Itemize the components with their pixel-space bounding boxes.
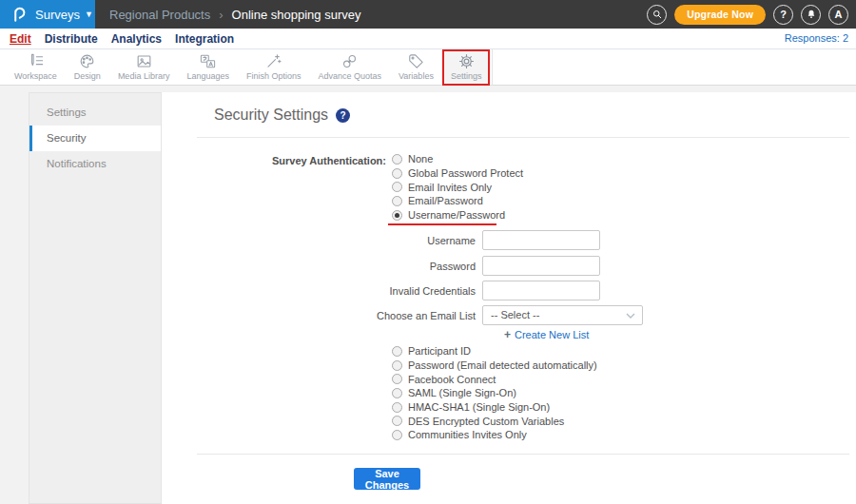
radio-option-participant-id[interactable]: Participant ID	[392, 344, 597, 359]
sidebar-item-security[interactable]: Security	[29, 126, 161, 151]
toolbar-label: Settings	[451, 71, 482, 81]
settings-gear-icon	[457, 52, 476, 70]
radio-label: SAML (Single Sign-On)	[408, 387, 516, 398]
auth-options-top: None Global Password Protect Email Invit…	[392, 152, 523, 222]
sidebar-item-notifications[interactable]: Notifications	[29, 151, 161, 177]
settings-sidebar: Settings Security Notifications	[29, 92, 162, 504]
radio-label: Username/Password	[408, 209, 505, 221]
radio-icon[interactable]	[392, 374, 402, 384]
radio-label: Communities Invites Only	[408, 429, 527, 440]
toolbar-item-settings[interactable]: Settings	[442, 49, 491, 86]
radio-label: Global Password Protect	[408, 167, 523, 179]
radio-label: None	[408, 153, 433, 165]
toolbar-item-advance-quotas[interactable]: Advance Quotas	[309, 49, 390, 86]
toolbar-item-variables[interactable]: Variables	[390, 49, 442, 86]
design-palette-icon	[78, 52, 96, 70]
search-icon	[652, 9, 663, 20]
username-label: Username	[323, 235, 476, 246]
save-changes-button[interactable]: Save Changes	[354, 468, 420, 490]
tab-analytics[interactable]: Analytics	[111, 32, 162, 46]
toolbar-items: Workspace Design Media Library	[0, 49, 856, 86]
red-underline-annotation	[388, 223, 496, 225]
radio-icon[interactable]	[392, 430, 402, 440]
radio-option-email-password[interactable]: Email/Password	[392, 194, 523, 208]
toolbar-item-workspace[interactable]: Workspace	[6, 49, 66, 86]
toolbar-label: Finish Options	[246, 71, 302, 81]
radio-option-password-email-detected[interactable]: Password (Email detected automatically)	[392, 359, 597, 373]
page-title-text: Security Settings	[214, 107, 328, 124]
variables-tag-icon	[407, 52, 425, 70]
top-bar: Surveys ▼ Regional Products › Online sho…	[0, 0, 856, 29]
breadcrumb-survey-name: Online shopping survey	[232, 8, 361, 22]
edit-toolbar: Workspace Design Media Library	[0, 49, 856, 86]
breadcrumb-folder[interactable]: Regional Products	[109, 8, 210, 22]
advance-quotas-icon	[340, 52, 359, 70]
email-list-label: Choose an Email List	[323, 310, 476, 321]
radio-icon[interactable]	[392, 346, 402, 357]
toolbar-item-finish-options[interactable]: Finish Options	[238, 49, 310, 86]
radio-option-global-password[interactable]: Global Password Protect	[392, 166, 523, 181]
create-new-list-link[interactable]: + Create New List	[504, 328, 589, 341]
radio-label: Facebook Connect	[408, 374, 496, 385]
radio-option-des-encrypted[interactable]: DES Encrypted Custom Variables	[392, 414, 597, 428]
search-button[interactable]	[647, 5, 667, 25]
upgrade-now-button[interactable]: Upgrade Now	[674, 5, 766, 25]
radio-option-saml[interactable]: SAML (Single Sign-On)	[392, 386, 597, 400]
email-list-selected-value: -- Select --	[491, 309, 539, 320]
media-library-icon	[135, 52, 153, 70]
password-label: Password	[323, 261, 476, 272]
account-avatar[interactable]: A	[828, 5, 848, 25]
security-settings-panel: Security Settings ? Survey Authenticatio…	[162, 92, 856, 504]
help-button[interactable]: ?	[773, 5, 793, 25]
help-icon[interactable]: ?	[336, 108, 350, 123]
chevron-down-icon	[626, 313, 635, 319]
email-list-select[interactable]: -- Select --	[482, 305, 643, 325]
invalid-credentials-label: Invalid Credentials	[323, 285, 476, 297]
radio-icon-selected[interactable]	[392, 210, 402, 221]
radio-icon[interactable]	[392, 388, 402, 398]
radio-label: HMAC-SHA1 (Single Sign-On)	[408, 401, 550, 413]
invalid-credentials-input[interactable]	[482, 281, 600, 300]
toolbar-item-languages[interactable]: Languages	[178, 49, 238, 86]
plus-icon: +	[504, 328, 511, 341]
toolbar-item-design[interactable]: Design	[66, 49, 109, 86]
surveys-menu[interactable]: Surveys ▼	[0, 0, 95, 29]
toolbar-label: Design	[74, 71, 101, 81]
radio-label: Email/Password	[408, 195, 483, 206]
toolbar-label: Workspace	[14, 71, 57, 81]
radio-option-hmac-sha1[interactable]: HMAC-SHA1 (Single Sign-On)	[392, 400, 597, 415]
tab-edit[interactable]: Edit	[10, 32, 31, 46]
radio-option-facebook-connect[interactable]: Facebook Connect	[392, 372, 597, 386]
radio-option-email-invites[interactable]: Email Invites Only	[392, 180, 523, 194]
radio-icon[interactable]	[392, 196, 402, 206]
username-input[interactable]	[482, 230, 600, 250]
divider	[197, 137, 849, 138]
radio-option-communities-invites[interactable]: Communities Invites Only	[392, 428, 597, 442]
radio-option-username-password[interactable]: Username/Password	[392, 208, 523, 223]
finish-options-icon	[264, 52, 282, 70]
notifications-button[interactable]	[801, 5, 821, 25]
questionpro-security-settings-page: Surveys ▼ Regional Products › Online sho…	[0, 0, 856, 504]
tab-integration[interactable]: Integration	[175, 32, 234, 46]
chevron-down-icon: ▼	[85, 10, 93, 19]
breadcrumb-separator: ›	[219, 8, 223, 22]
radio-icon[interactable]	[392, 402, 402, 413]
responses-count[interactable]: Responses: 2	[785, 32, 848, 44]
survey-nav-tabs: Edit Distribute Analytics Integration	[0, 29, 856, 49]
radio-icon[interactable]	[392, 182, 402, 192]
radio-icon[interactable]	[392, 360, 402, 371]
workspace-icon	[27, 52, 45, 70]
sidebar-item-settings[interactable]: Settings	[29, 100, 161, 126]
radio-icon[interactable]	[392, 416, 402, 426]
tab-distribute[interactable]: Distribute	[45, 32, 98, 46]
radio-icon[interactable]	[392, 154, 402, 165]
surveys-menu-label: Surveys	[35, 8, 80, 22]
radio-label: DES Encrypted Custom Variables	[408, 416, 564, 427]
radio-label: Email Invites Only	[408, 182, 492, 193]
toolbar-label: Variables	[399, 71, 434, 81]
radio-icon[interactable]	[392, 168, 402, 179]
password-input[interactable]	[482, 256, 600, 276]
radio-option-none[interactable]: None	[392, 152, 523, 166]
create-new-list-label: Create New List	[515, 329, 589, 340]
toolbar-item-media-library[interactable]: Media Library	[109, 49, 179, 86]
